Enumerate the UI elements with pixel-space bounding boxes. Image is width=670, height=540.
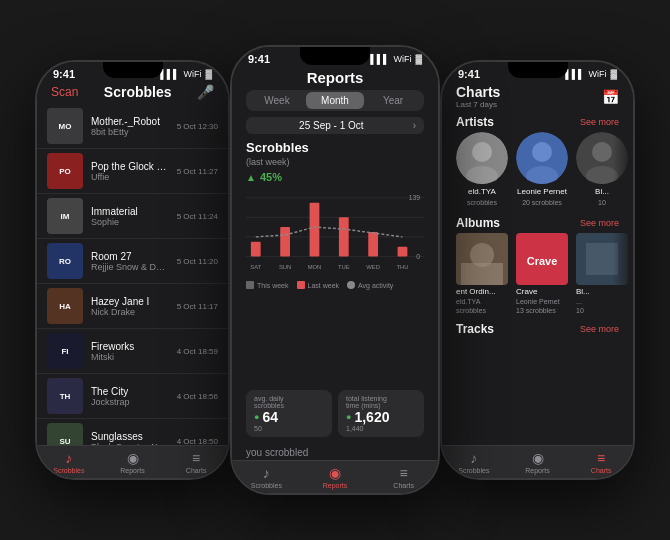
album-artist-3: ... [576, 298, 628, 305]
wifi-icon-right: WiFi [588, 69, 606, 79]
tab-reports-left[interactable]: ◉ Reports [101, 450, 165, 474]
albums-see-more[interactable]: See more [580, 218, 619, 228]
artist-scrobbles-1: scrobbles [467, 199, 497, 206]
track-item[interactable]: SU Sunglasses Black Country, New Road 4 … [37, 419, 228, 445]
track-item[interactable]: PO Pop the Glock (Original... Uffie 5 Oc… [37, 149, 228, 194]
tab-bar-center: ♪ Scrobbles ◉ Reports ≡ Charts [232, 460, 438, 493]
track-name: Hazey Jane I [91, 296, 169, 307]
track-item[interactable]: RO Room 27 Rejjie Snow & Dana Williams 5… [37, 239, 228, 284]
svg-rect-6 [251, 242, 261, 257]
album-scrobbles-2: 13 scrobbles [516, 307, 568, 314]
chart-change: ▲ 45% [246, 171, 424, 183]
track-name: The City [91, 386, 169, 397]
track-date: 5 Oct 11:17 [177, 302, 218, 311]
charts-header-text: Charts Last 7 days [456, 84, 500, 109]
artist-card-1[interactable]: eld.TYA scrobbles [456, 132, 508, 206]
artist-scrobbles-2: 20 scrobbles [522, 199, 562, 206]
track-item[interactable]: FI Fireworks Mitski 4 Oct 18:59 [37, 329, 228, 374]
tracks-see-more[interactable]: See more [580, 324, 619, 334]
tab-scrobbles-right[interactable]: ♪ Scrobbles [442, 450, 506, 474]
period-month[interactable]: Month [306, 92, 364, 109]
album-card-2[interactable]: Crave Crave Leonie Pernet 13 scrobbles [516, 233, 568, 314]
period-year[interactable]: Year [364, 92, 422, 109]
track-artist: Sophie [91, 217, 169, 227]
artists-see-more[interactable]: See more [580, 117, 619, 127]
stat-label-daily: avg. dailyscrobbles [254, 395, 324, 409]
tab-charts-center[interactable]: ≡ Charts [369, 465, 438, 489]
tab-scrobbles-center[interactable]: ♪ Scrobbles [232, 465, 301, 489]
scrobbles-tab-icon-right: ♪ [470, 450, 477, 466]
charts-tab-icon-left: ≡ [192, 450, 200, 466]
track-info: Mother.-_Robot 8bit bEtty [91, 116, 169, 137]
track-item[interactable]: MO Mother.-_Robot 8bit bEtty 5 Oct 12:30 [37, 104, 228, 149]
artist-row: eld.TYA scrobbles Leonie Pernet 20 scrob… [442, 132, 633, 212]
tab-reports-center[interactable]: ◉ Reports [301, 465, 370, 489]
svg-text:0: 0 [416, 253, 420, 260]
track-info: Fireworks Mitski [91, 341, 169, 362]
artist-card-2[interactable]: Leonie Pernet 20 scrobbles [516, 132, 568, 206]
phone-left: 9:41 ▌▌▌ WiFi ▓ Scan Scrobbles 🎤 MO [35, 60, 230, 480]
tab-reports-right[interactable]: ◉ Reports [506, 450, 570, 474]
tab-charts-left[interactable]: ≡ Charts [164, 450, 228, 474]
svg-text:THU: THU [396, 264, 408, 270]
track-date: 4 Oct 18:59 [177, 347, 218, 356]
track-date: 5 Oct 11:20 [177, 257, 218, 266]
tab-scrobbles-left[interactable]: ♪ Scrobbles [37, 450, 101, 474]
track-date: 4 Oct 18:56 [177, 392, 218, 401]
svg-text:SAT: SAT [250, 264, 261, 270]
scrobbles-tab-icon: ♪ [65, 450, 72, 466]
track-info: The City Jockstrap [91, 386, 169, 407]
track-item[interactable]: HA Hazey Jane I Nick Drake 5 Oct 11:17 [37, 284, 228, 329]
track-artist: Uffie [91, 172, 169, 182]
reports-tab-label-right: Reports [525, 467, 550, 474]
track-artist: Mitski [91, 352, 169, 362]
nav-header-left: Scan Scrobbles 🎤 [37, 82, 228, 104]
track-date: 5 Oct 12:30 [177, 122, 218, 131]
date-range[interactable]: 25 Sep - 1 Oct › [246, 117, 424, 134]
you-scrobbled-label: you scrobbled [232, 443, 438, 460]
svg-rect-8 [310, 203, 320, 257]
artist-name-1: eld.TYA [456, 187, 508, 196]
svg-rect-11 [398, 247, 408, 257]
artist-card-3[interactable]: Bl... 10 [576, 132, 628, 206]
svg-point-25 [592, 142, 612, 162]
album-artist-1: eld.TYA [456, 298, 508, 305]
chart-percentage: 45% [260, 171, 282, 183]
legend-avg: Avg activity [347, 281, 393, 289]
track-item[interactable]: TH The City Jockstrap 4 Oct 18:56 [37, 374, 228, 419]
phone-center: 9:41 ▌▌▌ WiFi ▓ Reports Week Month [230, 45, 440, 495]
album-card-1[interactable]: ent Ordin... eld.TYA scrobbles [456, 233, 508, 314]
scrobbles-tab-label: Scrobbles [53, 467, 84, 474]
track-date: 5 Oct 11:24 [177, 212, 218, 221]
track-date: 5 Oct 11:27 [177, 167, 218, 176]
scan-button[interactable]: Scan [51, 85, 78, 99]
status-icons-center: ▌▌▌ WiFi ▓ [370, 54, 422, 64]
album-scrobbles-1: scrobbles [456, 307, 508, 314]
album-name-1: ent Ordin... [456, 287, 508, 296]
track-artist: Jockstrap [91, 397, 169, 407]
arrow-up-icon: ▲ [246, 172, 256, 183]
stat-card-time: total listeningtime (mins) ● 1,620 1,440 [338, 390, 424, 437]
scrobbles-tab-icon-center: ♪ [263, 465, 270, 481]
artist-avatar-3 [576, 132, 628, 184]
notch-left [103, 62, 163, 78]
stat-card-daily: avg. dailyscrobbles ● 64 50 [246, 390, 332, 437]
phones-container: 9:41 ▌▌▌ WiFi ▓ Scan Scrobbles 🎤 MO [35, 45, 635, 495]
tab-charts-right[interactable]: ≡ Charts [569, 450, 633, 474]
album-card-3[interactable]: Bl... ... 10 [576, 233, 628, 314]
track-item[interactable]: IM Immaterial Sophie 5 Oct 11:24 [37, 194, 228, 239]
track-name: Immaterial [91, 206, 169, 217]
reports-title: Reports [307, 69, 364, 86]
chart-title: Scrobbles [246, 140, 424, 155]
chart-svg: 139 0 SAT SUN MON [246, 187, 424, 277]
legend-last-week: Last week [297, 281, 340, 289]
period-week[interactable]: Week [248, 92, 306, 109]
svg-rect-33 [586, 243, 618, 275]
scrobbles-tab-label-right: Scrobbles [458, 467, 489, 474]
svg-text:SUN: SUN [279, 264, 291, 270]
notch-right [508, 62, 568, 78]
calendar-icon[interactable]: 📅 [602, 89, 619, 105]
svg-text:WED: WED [366, 264, 380, 270]
legend-this-week: This week [246, 281, 289, 289]
scrobbles-tab-label-center: Scrobbles [251, 482, 282, 489]
